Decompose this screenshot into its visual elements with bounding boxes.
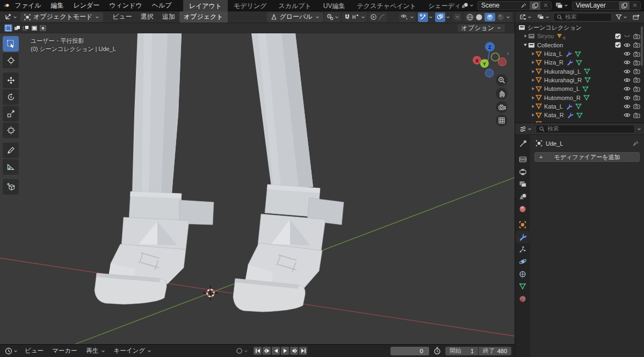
timeline-editor-type-button[interactable] bbox=[3, 347, 19, 355]
topbar-menu-item[interactable]: レンダー bbox=[69, 0, 105, 11]
eye-open-icon[interactable] bbox=[624, 69, 631, 74]
shading-solid-icon[interactable] bbox=[475, 13, 483, 21]
editor-type-button[interactable] bbox=[3, 13, 19, 21]
mesh-data-icon[interactable] bbox=[576, 60, 582, 66]
timeline-menu-item[interactable]: マーカー bbox=[48, 346, 82, 356]
tab-physics[interactable] bbox=[516, 255, 530, 268]
tool-scale[interactable] bbox=[3, 106, 19, 122]
topbar-menu-item[interactable]: ヘルプ bbox=[147, 0, 177, 11]
viewport-menu-item[interactable]: ビュー bbox=[108, 11, 136, 23]
snap-magnet-icon[interactable] bbox=[344, 13, 351, 20]
properties-search-input[interactable]: 検索 bbox=[536, 125, 635, 133]
tool-cursor[interactable] bbox=[3, 53, 19, 68]
chevron-down-icon[interactable] bbox=[637, 127, 641, 131]
select-mode-invert[interactable] bbox=[30, 24, 38, 32]
tool-select-box[interactable] bbox=[3, 36, 19, 52]
tool-rotate[interactable] bbox=[3, 89, 19, 105]
jump-to-start-button[interactable] bbox=[254, 347, 262, 355]
outliner-row-object[interactable]: Hutomomo_R bbox=[515, 93, 644, 102]
select-mode-set[interactable] bbox=[4, 24, 12, 32]
blender-logo-icon[interactable] bbox=[3, 2, 10, 9]
tab-modifiers[interactable] bbox=[516, 231, 530, 243]
tab-output[interactable] bbox=[516, 166, 530, 178]
shading-material-preview-active[interactable] bbox=[484, 13, 495, 22]
eye-open-icon[interactable] bbox=[624, 42, 631, 48]
viewport-menu-item[interactable]: 追加 bbox=[158, 11, 179, 23]
options-dropdown[interactable]: オプション bbox=[458, 24, 505, 32]
camera-view-button[interactable] bbox=[496, 101, 508, 113]
workspace-tab[interactable]: UV編集 bbox=[317, 0, 351, 11]
pin-icon[interactable] bbox=[633, 140, 639, 146]
mesh-data-icon[interactable] bbox=[584, 77, 591, 83]
new-viewlayer-button[interactable] bbox=[619, 2, 629, 10]
outliner-row-object[interactable]: Kata_R bbox=[515, 111, 644, 119]
tab-constraints[interactable] bbox=[516, 268, 530, 280]
new-scene-button[interactable] bbox=[530, 2, 540, 10]
topbar-menu-item[interactable]: ファイル bbox=[10, 0, 46, 11]
outliner-row-object[interactable]: Hiza_L bbox=[515, 49, 644, 58]
tool-move[interactable] bbox=[3, 73, 19, 88]
falloff-curve-icon[interactable] bbox=[378, 13, 385, 20]
select-mode-extend[interactable] bbox=[13, 24, 21, 32]
render-visibility-icon[interactable] bbox=[633, 68, 640, 74]
snap-target-icon[interactable] bbox=[352, 13, 360, 20]
outliner-display-mode-button[interactable] bbox=[536, 13, 551, 20]
disclosure-icon[interactable] bbox=[530, 78, 536, 82]
outliner-scrollbar[interactable] bbox=[641, 26, 643, 66]
outliner-row-object[interactable]: Hiza_R bbox=[515, 58, 644, 67]
workspace-tab[interactable]: レイアウト bbox=[183, 0, 228, 11]
render-visibility-icon[interactable] bbox=[633, 42, 640, 48]
end-frame-field[interactable]: 終了 480 bbox=[479, 347, 511, 355]
outliner-row-scene-collection[interactable]: シーンコレクション bbox=[515, 23, 644, 32]
mesh-data-icon[interactable] bbox=[582, 86, 589, 92]
topbar-menu-item[interactable]: 編集 bbox=[46, 0, 69, 11]
tab-render[interactable] bbox=[516, 153, 530, 166]
render-visibility-icon[interactable] bbox=[633, 103, 640, 109]
outliner-row-collection[interactable]: Collection bbox=[515, 41, 644, 49]
workspace-tab[interactable]: シェーディング bbox=[422, 0, 459, 11]
eye-open-icon[interactable] bbox=[624, 86, 631, 91]
navigation-gizmo[interactable]: Z X Y bbox=[472, 39, 510, 78]
remove-viewlayer-button[interactable]: ✕ bbox=[629, 2, 640, 9]
show-overlays-toggle[interactable] bbox=[435, 12, 445, 22]
disclosure-icon[interactable] bbox=[530, 87, 536, 91]
current-frame-field[interactable]: 0 bbox=[390, 347, 429, 355]
gizmo-axis-z-neg[interactable] bbox=[486, 69, 494, 77]
previous-keyframe-button[interactable] bbox=[263, 347, 271, 355]
render-visibility-icon[interactable] bbox=[633, 60, 640, 66]
keying-menu[interactable]: キーイング bbox=[110, 346, 156, 356]
disclosure-icon[interactable] bbox=[530, 60, 536, 65]
delete-scene-button[interactable]: ✕ bbox=[540, 2, 551, 9]
viewport-canvas[interactable] bbox=[0, 33, 515, 344]
disclosure-icon[interactable] bbox=[530, 113, 536, 117]
tool-measure[interactable] bbox=[3, 159, 19, 175]
add-modifier-button[interactable]: + モディファイアーを追加 bbox=[534, 152, 640, 162]
mesh-data-icon[interactable] bbox=[575, 51, 581, 57]
viewport-3d[interactable]: オプション ユーザー・平行投影 (0) シーンコレクション | Ude_L Z … bbox=[0, 23, 515, 344]
new-collection-button[interactable] bbox=[631, 13, 641, 21]
pivot-dropdown[interactable] bbox=[325, 12, 341, 22]
modifier-wrench-icon[interactable] bbox=[566, 103, 573, 110]
viewport-menu-item[interactable]: 選択 bbox=[136, 11, 158, 23]
gizmo-axis-x-neg[interactable] bbox=[498, 58, 506, 66]
select-mode-subtract[interactable] bbox=[21, 24, 30, 32]
gizmo-axis-y-neg[interactable] bbox=[491, 53, 500, 61]
tool-annotate[interactable] bbox=[3, 142, 19, 158]
checkbox-checked-icon[interactable] bbox=[615, 42, 621, 48]
tab-object-data[interactable] bbox=[516, 280, 530, 292]
disclosure-icon[interactable] bbox=[530, 52, 536, 56]
render-visibility-icon[interactable] bbox=[633, 95, 640, 101]
render-visibility-icon[interactable] bbox=[633, 86, 640, 92]
pin-icon[interactable] bbox=[521, 3, 526, 8]
viewlayer-selector-icon[interactable] bbox=[554, 2, 570, 9]
chevron-down-icon[interactable] bbox=[429, 15, 433, 19]
use-preview-range-toggle[interactable] bbox=[433, 347, 441, 355]
chevron-down-icon[interactable] bbox=[506, 15, 510, 19]
tool-add-cube[interactable] bbox=[3, 179, 19, 195]
disclosure-icon[interactable] bbox=[530, 104, 536, 109]
scene-selector-icon[interactable] bbox=[459, 2, 475, 9]
jump-to-end-button[interactable] bbox=[299, 347, 307, 355]
workspace-tab[interactable]: テクスチャペイント bbox=[351, 0, 423, 11]
modifier-wrench-icon[interactable] bbox=[567, 112, 574, 118]
chevron-down-icon[interactable] bbox=[446, 15, 450, 19]
